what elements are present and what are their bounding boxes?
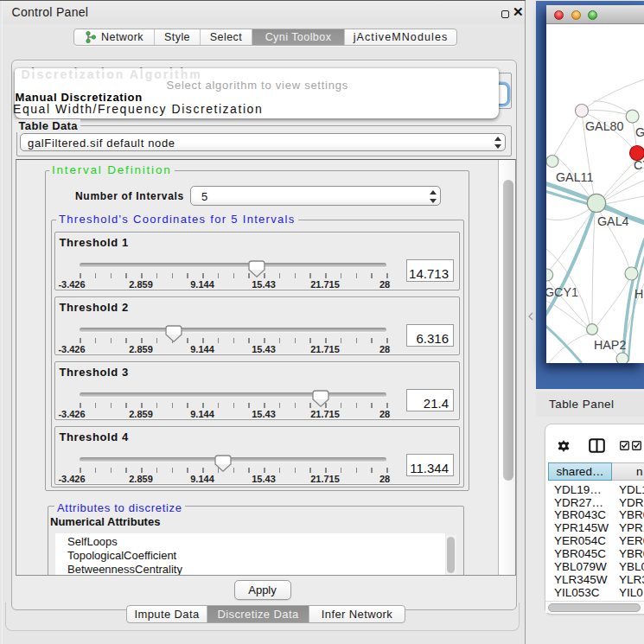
svg-text:HAP2: HAP2 [594,338,626,352]
svg-text:CY: CY [634,158,644,172]
svg-text:HI: HI [634,287,644,301]
svg-text:GAL11: GAL11 [556,170,593,184]
svg-text:GCY1: GCY1 [546,285,578,299]
svg-text:GAL80: GAL80 [585,119,624,133]
svg-text:GAL4: GAL4 [597,214,629,228]
svg-text:GA: GA [635,125,644,139]
